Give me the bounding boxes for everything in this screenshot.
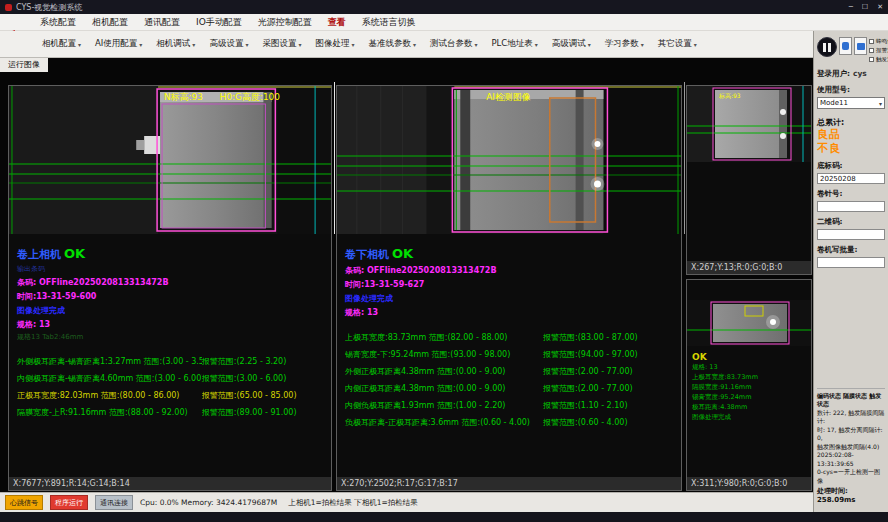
toolbar-item-image-processing[interactable]: 图像处理▾ [311,35,358,53]
control-row: 蜂鸣停止 报警复位 触发复位 [817,37,885,63]
chevron-down-icon: ▾ [879,100,882,107]
menu-item-light-control-config[interactable]: 光源控制配置 [258,16,312,29]
chevron-down-icon: ▾ [298,41,301,48]
camera4-info-line: 极耳距离:4.38mm [692,402,807,412]
chevron-down-icon: ▾ [351,41,354,48]
camera4-pixel-info: X:311;Y:980;R:0;G:0;B:0 [687,477,811,490]
camera1-image[interactable]: N标高:93 H0:G高度:100 [9,86,331,234]
camera2-barcode: 条码: OFFline2025020813313472B [345,265,675,276]
stats-line: 数计: 222, 触发隔膜间隔计: [817,409,885,426]
window-title: CYS-视觉检测系统 [16,2,82,13]
menu-item-system-config[interactable]: 系统配置 [40,16,76,29]
menu-item-comm-config[interactable]: 通讯配置 [144,16,180,29]
cpu-memory-info: Cpu: 0.0% Memory: 3424.4179687M [140,498,277,507]
camera2-name: 卷下相机 [345,247,389,262]
counter-bad: 不良 [817,142,885,156]
camera2-measurements: 上极耳宽度:83.73mm 范围:(82.00 - 88.00)报警范围:(83… [345,332,675,428]
camera4-info-line: 上极耳宽度:83.73mm [692,372,807,382]
menu-item-language-switch[interactable]: 系统语言切换 [362,16,416,29]
comm-indicator: 通讯连接 [95,495,133,510]
scan-button[interactable] [854,37,867,55]
qrcode-label: 二维码: [817,217,885,227]
overlay-label: H0:G高度:100 [220,92,281,102]
toolbar-item-baseline-params[interactable]: 基准线参数▾ [364,35,420,53]
menu-item-io-manual-config[interactable]: IO手动配置 [196,16,242,29]
pause-button[interactable] [817,37,837,57]
measurement-row: 上极耳宽度:83.73mm 范围:(82.00 - 88.00)报警范围:(83… [345,332,675,343]
option-checkbox[interactable] [869,57,874,62]
needle-number-field[interactable] [817,201,885,212]
toolbar-item-camera-debug[interactable]: 相机调试▾ [152,35,199,53]
lock-icon [842,42,849,50]
minimize-button[interactable]: ─ [849,3,853,11]
toolbar-item-advanced-debug[interactable]: 高级调试▾ [548,35,595,53]
option-checkbox[interactable] [869,48,874,53]
chevron-down-icon: ▾ [192,41,195,48]
overlay-label: 标高:93 [718,92,741,100]
user-label: 登录用户: [817,69,850,79]
measurement-row: 锡膏宽度-下:95.24mm 范围:(93.00 - 98.00)报警范围:(9… [345,349,675,360]
camera4-info-line: 图像处理完成 [692,412,807,422]
measurement-row: 隔膜宽度-上R:91.16mm 范围:(88.00 - 92.00)报警范围:(… [17,407,325,418]
option-label: 蜂鸣停止 [876,38,888,45]
camera1-panel: N标高:93 H0:G高度:100 卷上相机 OK 输出条码 条码: OFFli… [8,85,332,491]
barcode-icon [857,43,865,50]
chevron-down-icon: ▾ [641,41,644,48]
camera1-pixel-info: X:7677;Y:891;R:14;G:14;B:14 [9,477,331,490]
process-time: 处理时间: 258.09ms [817,487,885,504]
stats-line: 触发图像触发间隔(4.0) [817,443,885,452]
toolbar-item-capture-settings[interactable]: 采图设置▾ [258,35,305,53]
toolbar-item-advanced-settings[interactable]: 高级设置▾ [205,35,252,53]
camera3-image[interactable]: 标高:93 [687,86,811,162]
write-batch-field[interactable] [817,257,885,268]
view-tab-run-image[interactable]: 运行图像 [0,58,48,72]
statusbar: 心跳信号 程序运行 通讯连接 Cpu: 0.0% Memory: 3424.41… [0,492,813,512]
option-list: 蜂鸣停止 报警复位 触发复位 [869,38,888,63]
camera1-barcode: 条码: OFFline2025020813313472B [17,277,325,288]
camera4-panel: OK 规格: 13 上极耳宽度:83.73mm 隔膜宽度:91.16mm 锡膏宽… [686,279,812,491]
measurement-row: 内侧正极耳距离4.38mm 范围:(0.00 - 9.00)报警范围:(2.00… [345,383,675,394]
toolbar-item-test-params[interactable]: 测试台参数▾ [426,35,482,53]
measurement-row-warning: 正极耳宽度:82.03mm 范围:(80.00 - 86.00)报警范围:(65… [17,390,325,401]
chevron-down-icon: ▾ [139,41,142,48]
toolbar-item-camera-config[interactable]: 相机配置▾ [38,35,85,53]
camera1-result: OK [64,246,85,261]
camera2-image[interactable]: AI检测图像 [337,86,681,234]
toolbar-item-ai-config[interactable]: AI使用配置▾ [91,35,146,53]
panel-divider [334,82,335,234]
write-batch-label: 卷机写批量: [817,245,885,255]
toolbar-item-learning-params[interactable]: 学习参数▾ [601,35,648,53]
camera1-time: 时间:13-31-59-600 [17,291,325,302]
camera4-info-line: 锡膏宽度:95.24mm [692,392,807,402]
toolbar-item-other-settings[interactable]: 其它设置▾ [654,35,701,53]
bottom-strip [0,512,888,522]
lock-button[interactable] [839,37,852,55]
stats-line: 2025:02:08-13:31:39:65 [817,451,885,468]
maximize-button[interactable]: ☐ [862,3,868,11]
measurement-row: 内侧极耳距离-锡膏距离4.60mm 范围:(3.00 - 6.00)报警范围:(… [17,373,325,384]
overlay-label: AI检测图像 [486,92,531,102]
option-checkbox[interactable] [869,39,874,44]
sidebar: 蜂鸣停止 报警复位 触发复位 登录用户: cys 使用型号: Mode11 ▾ … [813,31,888,512]
batch-code-field[interactable]: 20250208 [817,173,885,184]
menu-item-camera-config[interactable]: 相机配置 [92,16,128,29]
app-icon [5,4,12,11]
camera2-status: 图像处理完成 [345,293,675,304]
toolbar-item-plc-address-table[interactable]: PLC地址表▾ [487,35,541,53]
camera4-image[interactable] [687,300,811,346]
panel-divider [684,82,685,234]
overlay-label: N标高:93 [164,92,203,102]
qrcode-field[interactable] [817,229,885,240]
measurement-row: 内侧负极耳距离1.93mm 范围:(1.00 - 2.20)报警范围:(1.10… [345,400,675,411]
close-button[interactable]: ✕ [877,3,883,11]
model-select[interactable]: Mode11 ▾ [817,97,885,109]
menu-item-view[interactable]: 查看 [328,16,346,29]
model-label: 使用型号: [817,85,850,95]
option-label: 报警复位 [876,47,888,54]
camera4-result: OK [692,352,807,362]
measurement-row: 外侧极耳距离-锡膏距离1:3.27mm 范围:(3.00 - 3.50)报警范围… [17,356,325,367]
camera2-result: OK [392,246,413,261]
stats-line: 0-cys=一开上检测一图像 [817,468,885,485]
option-label: 触发复位 [876,56,888,63]
measurement-row: 外侧正极耳距离4.38mm 范围:(0.00 - 9.00)报警范围:(2.00… [345,366,675,377]
